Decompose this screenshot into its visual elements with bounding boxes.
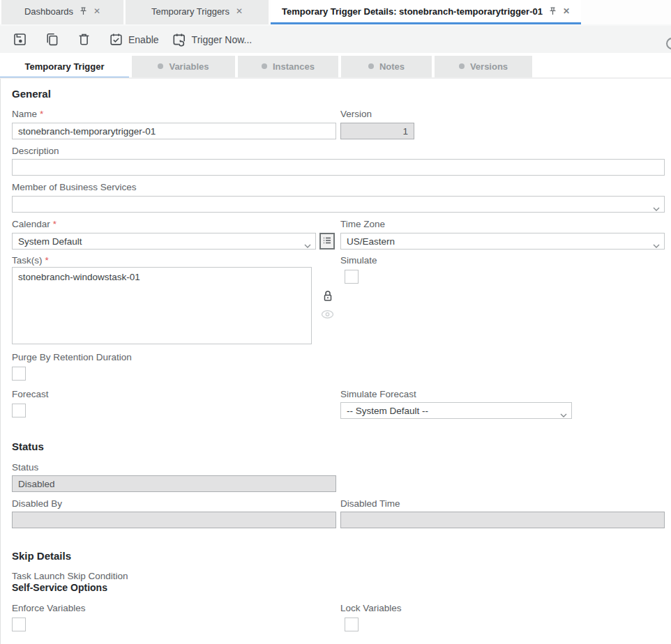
tab-temporary-trigger[interactable]: Temporary Trigger [0,56,129,79]
tasks-textarea[interactable]: stonebranch-windowstask-01 [12,267,312,344]
name-label: Name* [12,109,43,119]
delete-icon [77,32,91,47]
task-launch-skip-condition-label: Task Launch Skip Condition [12,571,128,581]
copy-button[interactable] [40,32,68,47]
save-icon [13,32,27,47]
delete-button[interactable] [73,32,100,47]
calendar-details-button[interactable] [319,233,335,250]
status-input: Disabled [12,475,336,492]
tab-versions[interactable]: Versions [435,56,532,79]
detail-tab-bar: Temporary Trigger Variables Instances No… [0,56,532,79]
window-tab-bar: Dashboards ✕ Temporary Triggers ✕ Tempor… [0,0,671,24]
time-zone-select[interactable]: US/Eastern [340,233,665,250]
tab-temporary-trigger-details[interactable]: Temporary Trigger Details: stonebranch-t… [271,0,581,24]
tab-label: Temporary Triggers [151,6,229,17]
disabled-time-input [340,512,665,528]
disabled-by-label: Disabled By [12,498,62,509]
eye-icon[interactable] [321,309,334,321]
tab-label: Dashboards [24,6,73,17]
trigger-details-form: General Name* stonebranch-temporarytrigg… [0,79,671,644]
required-marker: * [45,255,49,266]
dot-icon [368,63,374,69]
required-marker: * [40,109,43,119]
enable-button[interactable]: Enable [105,32,163,47]
tab-label: Temporary Trigger Details: stonebranch-t… [282,6,543,17]
name-input[interactable]: stonebranch-temporarytrigger-01 [12,123,336,139]
copy-icon [45,32,59,47]
time-zone-label: Time Zone [340,219,385,229]
close-icon[interactable]: ✕ [93,7,100,15]
toolbar: Enable Trigger Now... [0,26,671,53]
lock-variables-checkbox[interactable] [345,618,359,631]
chevron-down-icon [653,240,660,250]
description-input[interactable] [12,159,665,176]
chevron-down-icon [304,240,311,250]
trigger-now-button[interactable]: Trigger Now... [167,32,257,47]
enforce-variables-label: Enforce Variables [12,603,86,613]
save-button[interactable] [8,32,36,47]
simulate-checkbox[interactable] [345,270,359,284]
calendar-clock-icon [172,32,187,47]
status-label: Status [12,462,38,473]
version-label: Version [340,109,372,119]
version-input: 1 [340,123,414,139]
required-marker: * [53,219,56,229]
close-icon[interactable]: ✕ [236,7,243,15]
lock-variables-label: Lock Variables [340,603,402,613]
dot-icon [262,63,267,69]
calendar-select[interactable]: System Default [12,233,316,250]
member-of-business-services-label: Member of Business Services [12,182,137,192]
close-icon[interactable]: ✕ [563,7,570,15]
status-heading: Status [12,440,44,452]
description-label: Description [12,146,59,156]
tab-instances[interactable]: Instances [238,56,338,79]
lock-icon[interactable] [322,289,334,305]
enforce-variables-checkbox[interactable] [12,618,26,631]
details-list-icon [323,236,331,247]
simulate-forecast-select[interactable]: -- System Default -- [340,402,572,419]
tab-temporary-triggers[interactable]: Temporary Triggers ✕ [126,0,269,24]
purge-by-retention-duration-label: Purge By Retention Duration [12,352,132,362]
simulate-label: Simulate [340,255,377,266]
chevron-down-icon [653,203,660,213]
dot-icon [158,63,163,69]
self-service-options-heading: Self-Service Options [12,582,107,593]
dot-icon [459,63,465,69]
skip-details-heading: Skip Details [12,550,71,562]
pin-icon[interactable] [80,7,87,15]
forecast-checkbox[interactable] [12,404,26,417]
chevron-down-icon [560,409,567,420]
tab-notes[interactable]: Notes [341,56,432,79]
calendar-label: Calendar* [12,219,56,229]
purge-by-retention-duration-checkbox[interactable] [12,367,26,381]
tasks-label: Task(s)* [12,255,49,266]
calendar-check-icon [109,32,123,47]
pin-icon[interactable] [549,7,557,15]
member-of-business-services-select[interactable] [12,196,665,213]
disabled-by-input [12,512,336,528]
tab-variables[interactable]: Variables [132,56,235,79]
general-heading: General [12,88,51,100]
forecast-label: Forecast [12,389,49,399]
disabled-time-label: Disabled Time [340,498,400,509]
simulate-forecast-label: Simulate Forecast [340,389,416,399]
tab-dashboards[interactable]: Dashboards ✕ [1,0,123,24]
